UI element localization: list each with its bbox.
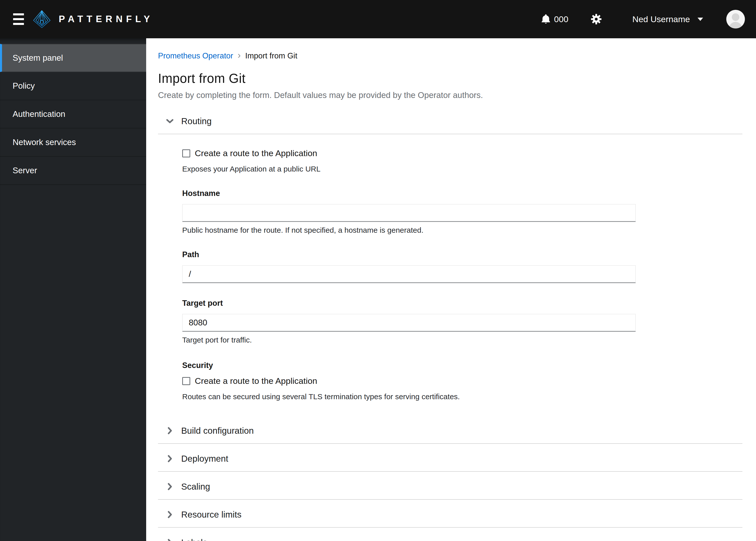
target-port-input[interactable] [182, 314, 636, 332]
breadcrumb: Prometheus Operator › Import from Git [158, 51, 742, 60]
section-routing: Routing Create a route to the Applicatio… [158, 116, 742, 401]
sidebar-item-policy[interactable]: Policy [0, 72, 146, 100]
chevron-right-icon [166, 511, 174, 518]
gear-icon [590, 13, 602, 25]
brand-name: PATTERNFLY [59, 14, 153, 24]
section-scaling: Scaling [158, 481, 742, 500]
create-route-checkbox[interactable] [182, 149, 190, 158]
secure-route-checkbox-label[interactable]: Create a route to the Application [195, 376, 317, 386]
sidebar-item-label: Policy [13, 81, 35, 91]
section-toggle-scaling[interactable]: Scaling [158, 481, 742, 492]
section-label: Scaling [181, 482, 210, 492]
caret-down-icon [698, 18, 703, 21]
sidebar-item-label: System panel [13, 53, 63, 63]
section-deployment: Deployment [158, 453, 742, 472]
routing-section-body: Create a route to the Application Expose… [158, 134, 742, 401]
patternfly-logo-icon [33, 10, 51, 28]
section-toggle-routing[interactable]: Routing [158, 116, 742, 127]
chevron-right-icon [166, 455, 174, 462]
app-window: PATTERNFLY 000 [0, 0, 756, 541]
path-input[interactable] [182, 265, 636, 283]
bell-icon [541, 13, 551, 25]
side-navigation: System panel Policy Authentication Netwo… [0, 38, 146, 541]
page-title: Import from Git [158, 71, 742, 86]
sidebar-item-server[interactable]: Server [0, 157, 146, 185]
settings-button[interactable] [590, 13, 602, 25]
section-label: Routing [181, 116, 212, 126]
breadcrumb-current: Import from Git [245, 51, 297, 60]
section-label: Labels [181, 537, 207, 541]
sidebar-item-system-panel[interactable]: System panel [0, 44, 146, 72]
section-labels: Labels [158, 537, 742, 541]
page-subtitle: Create by completing the form. Default v… [158, 90, 742, 100]
section-toggle-deployment[interactable]: Deployment [158, 453, 742, 464]
section-toggle-resource-limits[interactable]: Resource limits [158, 509, 742, 520]
chevron-right-icon [166, 539, 174, 541]
path-label: Path [182, 250, 742, 259]
create-route-helper-text: Exposes your Application at a public URL [182, 165, 742, 173]
security-group: Security Create a route to the Applicati… [182, 361, 742, 401]
notifications-button[interactable]: 000 [541, 13, 569, 25]
section-divider [158, 471, 742, 472]
main-content: Prometheus Operator › Import from Git Im… [146, 38, 756, 541]
chevron-down-icon [166, 119, 174, 124]
secure-route-checkbox[interactable] [182, 377, 190, 385]
sidebar-item-authentication[interactable]: Authentication [0, 100, 146, 129]
chevron-right-icon [166, 427, 174, 434]
sidebar-item-label: Network services [13, 138, 76, 147]
masthead-toolbar: 000 [541, 10, 745, 28]
breadcrumb-link-prometheus-operator[interactable]: Prometheus Operator [158, 51, 233, 60]
section-divider [158, 499, 742, 500]
section-label: Resource limits [181, 509, 241, 520]
section-toggle-build-configuration[interactable]: Build configuration [158, 425, 742, 436]
section-divider [158, 443, 742, 444]
section-build-configuration: Build configuration [158, 425, 742, 444]
sidebar-item-network-services[interactable]: Network services [0, 129, 146, 157]
target-port-helper-text: Target port for traffic. [182, 336, 742, 344]
breadcrumb-separator-icon: › [238, 51, 241, 60]
hostname-input[interactable] [182, 204, 636, 222]
section-divider [158, 527, 742, 528]
sidebar-item-label: Server [13, 166, 37, 175]
section-toggle-labels[interactable]: Labels [158, 537, 742, 541]
section-label: Build configuration [181, 426, 254, 436]
user-avatar[interactable] [726, 10, 745, 28]
user-menu[interactable]: Ned Username [632, 14, 703, 24]
hostname-helper-text: Public hostname for the route. If not sp… [182, 226, 742, 235]
masthead: PATTERNFLY 000 [0, 0, 756, 38]
avatar-head-shape [732, 13, 739, 21]
chevron-right-icon [166, 483, 174, 490]
sidebar-item-label: Authentication [13, 109, 65, 119]
avatar-torso-shape [729, 22, 742, 28]
user-name: Ned Username [632, 14, 690, 24]
security-label: Security [182, 361, 742, 370]
import-form: Routing Create a route to the Applicatio… [158, 116, 742, 541]
section-resource-limits: Resource limits [158, 509, 742, 528]
target-port-label: Target port [182, 299, 742, 308]
section-label: Deployment [181, 454, 228, 464]
hamburger-menu-icon[interactable] [13, 13, 24, 25]
security-helper-text: Routes can be secured using several TLS … [182, 392, 742, 401]
hostname-label: Hostname [182, 189, 742, 198]
create-route-checkbox-label[interactable]: Create a route to the Application [195, 148, 317, 158]
notification-count: 000 [554, 14, 569, 24]
